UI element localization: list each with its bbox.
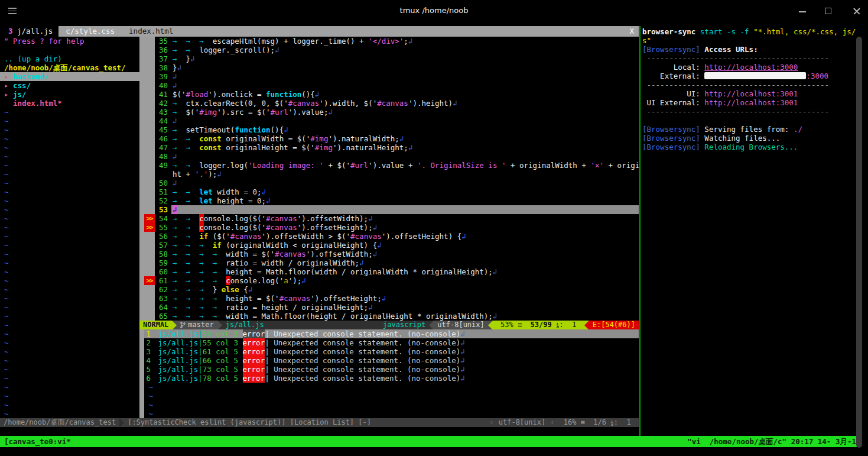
tree-item-backend[interactable]: ▸ backend/ (0, 72, 139, 81)
code-text: → → const originalWidth = $('#img').natu… (171, 134, 639, 143)
empty-line-tilde: ~ (0, 374, 139, 383)
tree-item-indexhtml[interactable]: index.html* (0, 99, 139, 108)
code-line-41[interactable]: 41$('#load').onclick = function(){↲ (139, 90, 639, 99)
code-line-44[interactable]: 44↲ (139, 117, 639, 125)
terminal-pane[interactable]: browser-sync start -s -f "*.html, css/*.… (642, 27, 856, 435)
line-number: 45 (155, 125, 171, 134)
tab-stylecss[interactable]: c/style.css (58, 26, 122, 37)
code-line-55[interactable]: >>55→ → console.log($('#canvas').offsetH… (139, 223, 639, 232)
code-text: → → → → width = $('#canvas').offsetWidth… (171, 250, 639, 258)
sign-column (144, 187, 155, 196)
tabline-close-button[interactable]: X (625, 26, 639, 37)
code-text: → }↲ (171, 54, 639, 63)
empty-line-tilde: ~ (0, 329, 139, 338)
terminal-output-line: UI: http://localhost:3001 (642, 89, 856, 98)
sign-column (144, 63, 155, 72)
empty-line-tilde: ~ (0, 125, 139, 134)
code-line-42[interactable]: 42→ ctx.clearRect(0, 0, $('#canvas').wid… (139, 99, 639, 108)
tab-indexhtml[interactable]: index.html (122, 26, 180, 37)
code-text: → → → → ratio = width / originalWidth;↲ (171, 258, 639, 267)
empty-line-tilde: ~ (0, 250, 139, 258)
loclist-entry-2[interactable]: 2 js/all.js|55 col 3 error| Unexpected c… (139, 338, 639, 347)
loclist-entry-1[interactable]: 1 js/all.js|54 col 3 error| Unexpected c… (139, 329, 639, 338)
code-line-49[interactable]: 49→ → logger.log('Loading image: ' + $('… (139, 161, 639, 170)
line-number: 44 (155, 117, 171, 125)
code-text: → $('#img').src = $('#url').value;↲ (171, 108, 639, 117)
line-number: 36 (155, 46, 171, 54)
empty-line-tilde: ~ (0, 152, 139, 161)
code-line-53[interactable]: 53↲ (139, 205, 639, 214)
tree-item-css[interactable]: ▸ css/ (0, 81, 139, 90)
loclist-entry-6[interactable]: 6 js/all.js|78 col 5 error| Unexpected c… (139, 374, 639, 383)
airline-separator (172, 321, 177, 330)
code-line-56[interactable]: 56→ → if ($('#canvas').offsetWidth > $('… (139, 232, 639, 241)
code-text: → → → → height = Math.floor(width / orig… (171, 267, 639, 276)
empty-line-tilde: ~ (0, 170, 139, 179)
terminal-scrollbar[interactable] (856, 37, 862, 448)
code-line-57[interactable]: 57→ → → if (originalWidth < originalHeig… (139, 241, 639, 250)
code-text: → → logger._scroll();↲ (171, 46, 639, 54)
code-text: ↲ (171, 81, 639, 90)
tmux-session-window[interactable]: [canvas_te0:vi* (4, 436, 71, 447)
close-button[interactable] (851, 6, 863, 17)
cursor-position-segment: 53% ≡ 53/99 LN: 1 (493, 321, 584, 329)
code-line-36[interactable]: 36→ → logger._scroll();↲ (139, 46, 639, 54)
line-number: 53 (155, 205, 171, 214)
line-number: 54 (155, 214, 171, 223)
empty-line-tilde: ~ (0, 258, 139, 267)
code-line-wrap[interactable]: ht + '.');↲ (139, 170, 639, 179)
code-line-64[interactable]: 64→ → → → ratio = height / originalHeigh… (139, 303, 639, 312)
code-line-43[interactable]: 43→ $('#img').src = $('#url').value;↲ (139, 108, 639, 117)
sign-column (144, 303, 155, 312)
code-text: → → let height = 0;↲ (171, 196, 639, 205)
sign-column (144, 267, 155, 276)
terminal-output-line: [Browsersync] Access URLs: (642, 45, 856, 54)
empty-line-tilde: ~ (0, 347, 139, 356)
tab-active-alljs[interactable]: 3 j/all.js (0, 26, 58, 37)
empty-line-tilde: ~ (0, 365, 139, 374)
code-line-51[interactable]: 51→ → let width = 0;↲ (139, 187, 639, 196)
sign-column (144, 54, 155, 63)
code-line-59[interactable]: 59→ → → → ratio = width / originalWidth;… (139, 258, 639, 267)
empty-line-tilde: ~ (0, 232, 139, 241)
sign-column (144, 152, 155, 161)
code-line-40[interactable]: 40↲ (139, 81, 639, 90)
code-line-35[interactable]: 35→ → → escapeHtml(msg) + logger._time()… (139, 37, 639, 46)
code-line-47[interactable]: 47→ → const originalHeight = $('#img').n… (139, 143, 639, 152)
code-line-48[interactable]: 48↲ (139, 152, 639, 161)
nerdtree-root-path: /home/noob/桌面/canvas_test/ (0, 63, 139, 72)
tree-item-js[interactable]: ▸ js/ (0, 90, 139, 99)
code-line-37[interactable]: 37→ }↲ (139, 54, 639, 63)
maximize-button[interactable] (825, 6, 837, 17)
nerdtree-up-dir[interactable]: .. (up a dir) (0, 54, 139, 63)
code-line-46[interactable]: 46→ → const originalWidth = $('#img').na… (139, 134, 639, 143)
editor-pane[interactable]: 35→ → → escapeHtml(msg) + logger._time()… (139, 37, 639, 321)
empty-line-tilde: ~ (0, 196, 139, 205)
line-number: 63 (155, 294, 171, 303)
code-line-50[interactable]: 50↲ (139, 179, 639, 187)
code-line-45[interactable]: 45→ setTimeout(function(){↲ (139, 125, 639, 134)
minimize-button[interactable] (799, 6, 811, 17)
loclist-entry-4[interactable]: 4 js/all.js|66 col 5 error| Unexpected c… (139, 356, 639, 365)
code-line-63[interactable]: 63→ → → → height = $('#canvas').offsetHe… (139, 294, 639, 303)
code-line-62[interactable]: 62→ → → } else {↲ (139, 285, 639, 294)
loclist-entry-3[interactable]: 3 js/all.js|61 col 5 error| Unexpected c… (139, 347, 639, 356)
tmux-pane-divider[interactable] (639, 26, 641, 436)
code-line-38[interactable]: 38}↲ (139, 63, 639, 72)
sign-column (144, 161, 155, 170)
code-line-65[interactable]: 65→ → → → width = Math.floor(height / or… (139, 312, 639, 321)
empty-line-tilde: ~ (0, 179, 139, 187)
code-line-39[interactable]: 39↲ (139, 72, 639, 81)
terminal-output-line: External: :3000 (642, 72, 856, 80)
code-line-60[interactable]: 60→ → → → height = Math.floor(width / or… (139, 267, 639, 276)
code-line-61[interactable]: >>61→ → → → console.log('a');↲ (139, 276, 639, 285)
empty-line-tilde: ~ (0, 392, 139, 400)
sign-column (144, 196, 155, 205)
code-line-58[interactable]: 58→ → → → width = $('#canvas').offsetWid… (139, 250, 639, 258)
line-number (155, 170, 171, 179)
code-line-52[interactable]: 52→ → let height = 0;↲ (139, 196, 639, 205)
terminal-output-line: Local: http://localhost:3000 (642, 63, 856, 72)
loclist-entry-5[interactable]: 5 js/all.js|73 col 5 error| Unexpected c… (139, 365, 639, 374)
code-text: $('#load').onclick = function(){↲ (171, 90, 639, 99)
code-line-54[interactable]: >>54→ → console.log($('#canvas').offsetW… (139, 214, 639, 223)
